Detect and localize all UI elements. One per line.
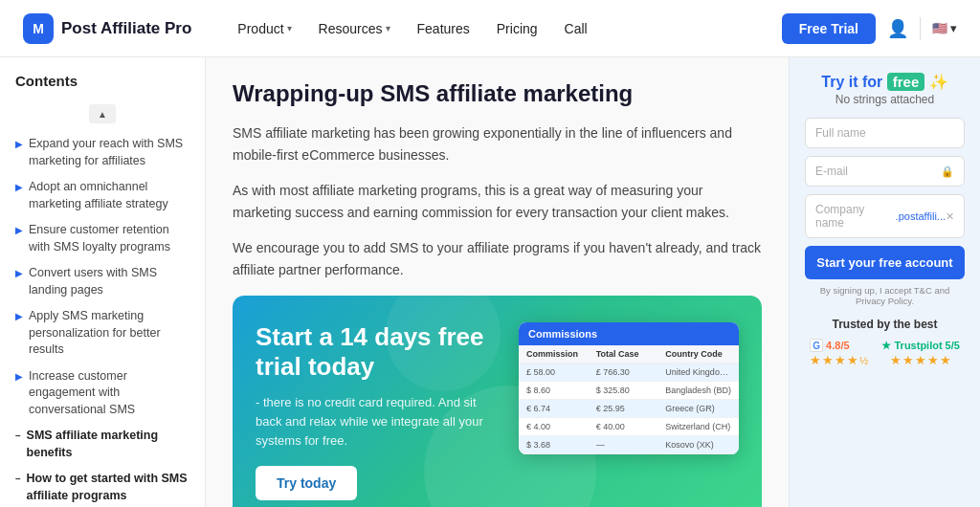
sidebar-item-retention[interactable]: ▶ Ensure customer retention with SMS loy…	[0, 217, 205, 260]
logo-text: Post Affiliate Pro	[61, 19, 191, 38]
logo-icon: M	[23, 13, 54, 44]
close-icon: ✕	[946, 210, 954, 223]
mock-row-3: € 4.00 € 40.00 Switzerland (CH)	[519, 418, 739, 436]
header: M Post Affiliate Pro Product ▾ Resources…	[0, 0, 980, 57]
trustpilot-logo: ★ Trustpilot 5/5	[881, 340, 959, 352]
main-layout: Contents ▲ ▶ Expand your reach with SMS …	[0, 57, 980, 507]
arrow-icon: ▶	[15, 370, 23, 384]
main-nav: Product ▾ Resources ▾ Features Pricing C…	[226, 15, 781, 42]
try-today-button[interactable]: Try today	[256, 466, 357, 500]
star-icons: ★★★★★	[890, 353, 952, 367]
paragraph-2: As with most affiliate marketing program…	[233, 180, 762, 224]
arrow-icon: ▶	[15, 267, 23, 280]
mock-row-2: € 6.74 € 25.95 Greece (GR)	[519, 400, 739, 418]
full-name-placeholder: Full name	[815, 126, 866, 140]
mock-col-headers: Commission Total Case Country Code	[519, 345, 739, 364]
terms-text: By signing up, I accept T&C and Privacy …	[805, 285, 965, 306]
scroll-up-btn[interactable]: ▲	[0, 100, 205, 131]
arrow-icon: ▶	[15, 310, 23, 323]
mock-table-header: Commissions	[519, 322, 739, 345]
mock-row-1: $ 8.60 $ 325.80 Bangladesh (BD)	[519, 382, 739, 400]
try-title: Try it for free ✨	[805, 73, 965, 91]
chevron-down-icon: ▾	[950, 21, 957, 35]
sidebar-item-convert[interactable]: ▶ Convert users with SMS landing pages	[0, 260, 205, 303]
promo-text-area: Start a 14 days free trial today - there…	[256, 322, 500, 501]
trusted-title: Trusted by the best	[805, 318, 965, 331]
flag-icon: 🇺🇸	[932, 21, 947, 35]
free-badge: free	[887, 73, 925, 91]
mock-row-0: £ 58.00 £ 766.30 United Kingdom (GB)	[519, 364, 739, 382]
sidebar-item-personalization[interactable]: ▶ Apply SMS marketing personalization fo…	[0, 303, 205, 364]
sparkle-icon: ✨	[929, 74, 948, 90]
nav-right: Free Trial 👤 🇺🇸 ▾	[782, 13, 957, 44]
article-content: Wrapping-up SMS affiliate marketing SMS …	[206, 57, 789, 507]
right-panel: Try it for free ✨ No strings attached Fu…	[789, 57, 980, 507]
arrow-icon: ▶	[15, 224, 23, 237]
company-field[interactable]: Company name .postaffili... ✕	[805, 194, 965, 238]
promo-banner: Start a 14 days free trial today - there…	[233, 296, 762, 507]
arrow-icon: –	[15, 473, 21, 486]
half-star-icon: ½	[859, 355, 868, 366]
nav-product[interactable]: Product ▾	[226, 15, 302, 42]
mock-screen: Commissions Commission Total Case Countr…	[519, 322, 739, 454]
company-placeholder: Company name	[815, 203, 896, 230]
g2-logo: G 4.8/5	[810, 339, 868, 352]
mock-row-4: $ 3.68 — Kosovo (XK)	[519, 436, 739, 454]
free-trial-button[interactable]: Free Trial	[782, 13, 876, 44]
trustpilot-rating: ★ Trustpilot 5/5 ★★★★★	[881, 340, 959, 367]
trustpilot-icon: ★	[881, 340, 891, 352]
trustpilot-stars: ★★★★★	[881, 352, 959, 367]
g2-icon: G	[810, 339, 823, 352]
g2-rating: G 4.8/5 ★★★★½	[810, 339, 868, 367]
divider	[920, 17, 921, 40]
nav-resources[interactable]: Resources ▾	[307, 15, 402, 42]
full-name-field[interactable]: Full name	[805, 118, 965, 148]
nav-features[interactable]: Features	[406, 15, 481, 42]
sidebar-item-omnichannel[interactable]: ▶ Adopt an omnichannel marketing affilia…	[0, 174, 205, 217]
try-subtitle: No strings attached	[805, 93, 965, 106]
nav-call[interactable]: Call	[553, 15, 599, 42]
trusted-row: G 4.8/5 ★★★★½ ★ Trustpilot 5/5 ★★★★★	[805, 339, 965, 367]
article-heading: Wrapping-up SMS affiliate marketing	[233, 80, 762, 107]
sidebar-item-expand[interactable]: ▶ Expand your reach with SMS marketing f…	[0, 131, 205, 174]
sidebar-item-benefits[interactable]: – SMS affiliate marketing benefits	[0, 423, 205, 466]
email-placeholder: E-mail	[815, 165, 848, 178]
domain-hint: .postaffili...	[896, 210, 946, 222]
try-box: Try it for free ✨ No strings attached Fu…	[805, 73, 965, 367]
promo-screenshot: Commissions Commission Total Case Countr…	[519, 322, 739, 454]
email-field[interactable]: E-mail 🔒	[805, 156, 965, 187]
star-icons: ★★★★	[810, 353, 859, 367]
language-selector[interactable]: 🇺🇸 ▾	[932, 21, 957, 35]
sidebar-item-get-started[interactable]: – How to get started with SMS affiliate …	[0, 466, 205, 507]
logo-area[interactable]: M Post Affiliate Pro	[23, 13, 191, 44]
nav-pricing[interactable]: Pricing	[485, 15, 549, 42]
sidebar-title: Contents	[0, 73, 205, 100]
paragraph-1: SMS affiliate marketing has been growing…	[233, 122, 762, 166]
sidebar-item-engagement[interactable]: ▶ Increase customer engagement with conv…	[0, 364, 205, 424]
user-icon[interactable]: 👤	[887, 18, 908, 39]
email-icon: 🔒	[941, 165, 954, 178]
chevron-down-icon: ▾	[386, 23, 390, 33]
scroll-up-arrow[interactable]: ▲	[89, 104, 116, 123]
promo-heading: Start a 14 days free trial today	[256, 322, 500, 382]
promo-body: - there is no credit card required. And …	[256, 393, 500, 451]
chevron-down-icon: ▾	[287, 23, 292, 33]
arrow-icon: ▶	[15, 138, 23, 151]
start-account-button[interactable]: Start your free account	[805, 246, 965, 279]
arrow-icon: –	[15, 430, 21, 443]
arrow-icon: ▶	[15, 181, 23, 194]
sidebar: Contents ▲ ▶ Expand your reach with SMS …	[0, 57, 206, 507]
g2-stars: ★★★★½	[810, 352, 868, 367]
paragraph-3: We encourage you to add SMS to your affi…	[233, 237, 762, 281]
